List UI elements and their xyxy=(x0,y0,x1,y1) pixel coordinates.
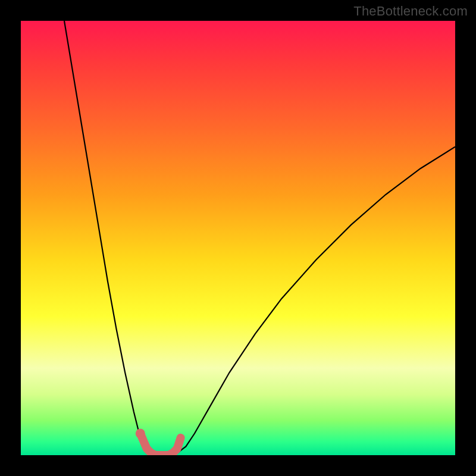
curve-left-arm xyxy=(64,21,151,453)
plot-area xyxy=(21,21,455,455)
curve-layer xyxy=(21,21,455,455)
chart-frame: TheBottleneck.com xyxy=(0,0,476,476)
curve-right-arm xyxy=(177,147,455,453)
valley-highlight-dot xyxy=(136,429,145,439)
watermark-text: TheBottleneck.com xyxy=(353,4,468,19)
valley-highlight xyxy=(140,434,181,456)
